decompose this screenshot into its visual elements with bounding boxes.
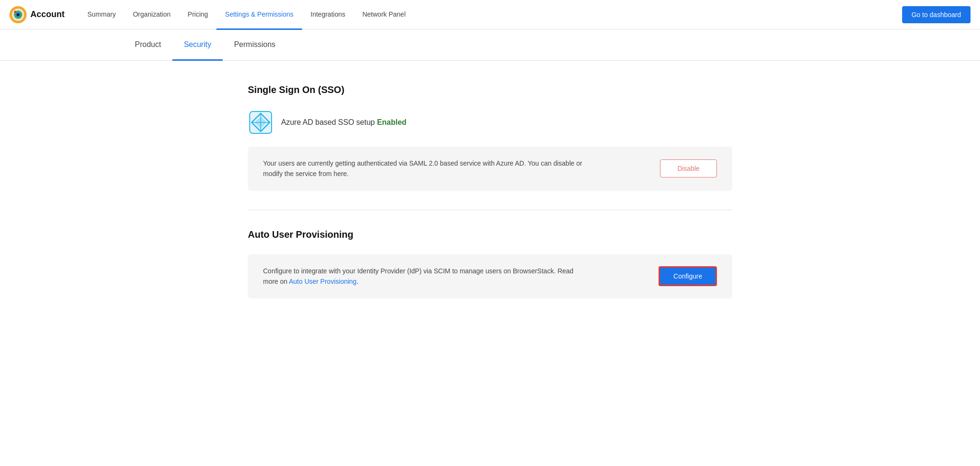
auto-provisioning-section: Auto User Provisioning Configure to inte…: [248, 229, 732, 298]
nav-settings-permissions[interactable]: Settings & Permissions: [217, 0, 302, 30]
nav-links: Summary Organization Pricing Settings & …: [79, 0, 902, 29]
sso-info-box: Your users are currently getting authent…: [248, 147, 732, 191]
nav-network-panel[interactable]: Network Panel: [354, 0, 414, 30]
sso-header: Azure AD based SSO setup Enabled: [248, 110, 732, 135]
sso-section-title: Single Sign On (SSO): [248, 84, 732, 95]
tab-product[interactable]: Product: [123, 30, 172, 61]
logo-icon: [9, 6, 27, 23]
svg-point-4: [17, 13, 19, 16]
top-navigation: Account Summary Organization Pricing Set…: [0, 0, 980, 29]
logo-area: Account: [9, 6, 65, 23]
nav-pricing[interactable]: Pricing: [179, 0, 217, 30]
tab-security[interactable]: Security: [172, 30, 223, 61]
go-to-dashboard-button[interactable]: Go to dashboard: [902, 6, 971, 23]
auto-provisioning-info-text: Configure to integrate with your Identit…: [263, 266, 586, 287]
sso-info-text: Your users are currently getting authent…: [263, 158, 586, 179]
disable-button[interactable]: Disable: [660, 159, 717, 177]
main-content: Single Sign On (SSO) Azure AD based SSO …: [229, 61, 751, 322]
sso-label-text: Azure AD based SSO setup: [281, 118, 375, 126]
account-title: Account: [30, 9, 65, 19]
sub-tabs: Product Security Permissions: [123, 29, 857, 60]
azure-ad-icon: [248, 110, 273, 135]
auto-provisioning-link[interactable]: Auto User Provisioning: [289, 278, 356, 285]
configure-button[interactable]: Configure: [659, 266, 717, 286]
auto-provisioning-info-box: Configure to integrate with your Identit…: [248, 254, 732, 298]
sub-tabs-container: Product Security Permissions: [0, 29, 980, 61]
sso-section: Single Sign On (SSO) Azure AD based SSO …: [248, 84, 732, 191]
nav-organization[interactable]: Organization: [124, 0, 179, 30]
svg-point-5: [14, 10, 17, 13]
nav-summary[interactable]: Summary: [79, 0, 124, 30]
auto-provisioning-title: Auto User Provisioning: [248, 229, 732, 240]
nav-integrations[interactable]: Integrations: [302, 0, 354, 30]
sso-status: Enabled: [377, 118, 406, 126]
section-divider: [248, 210, 732, 210]
tab-permissions[interactable]: Permissions: [223, 30, 287, 61]
sso-label: Azure AD based SSO setup Enabled: [281, 118, 406, 127]
